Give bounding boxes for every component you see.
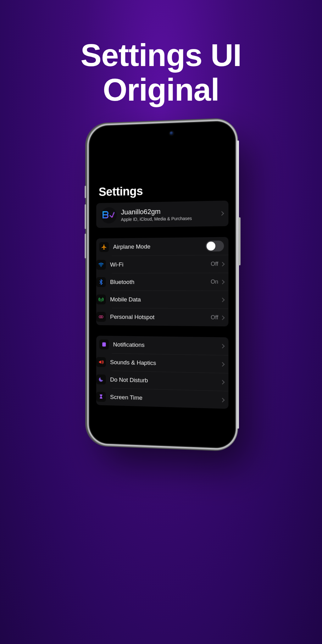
bluetooth-row[interactable]: Bluetooth On xyxy=(112,273,229,291)
personal-hotspot-value: Off xyxy=(211,314,218,321)
bluetooth-value: On xyxy=(211,279,218,285)
chevron-right-icon xyxy=(220,315,225,320)
promo-line-1: Settings UI xyxy=(80,37,241,73)
antenna-icon xyxy=(96,294,106,304)
moon-icon xyxy=(96,374,106,384)
sounds-label: Sounds & Haptics xyxy=(110,359,221,368)
notifications-row[interactable]: Notifications xyxy=(96,336,228,355)
chevron-right-icon xyxy=(220,280,225,284)
connectivity-group: Airplane Mode Wi-Fi Off xyxy=(96,237,228,326)
sounds-icon xyxy=(96,357,106,367)
svg-point-0 xyxy=(101,266,101,267)
wifi-value: Off xyxy=(211,261,218,267)
notifications-icon xyxy=(99,339,109,349)
attention-group: Notifications Sounds & Haptics xyxy=(96,336,228,409)
page-title: Settings xyxy=(96,182,228,203)
sounds-row[interactable]: Sounds & Haptics xyxy=(112,353,229,373)
wifi-row[interactable]: Wi-Fi Off xyxy=(112,255,229,273)
mute-switch xyxy=(85,186,86,198)
chevron-right-icon xyxy=(220,297,225,302)
bluetooth-icon xyxy=(96,277,106,287)
promo-line-2: Original xyxy=(103,72,219,107)
promo-title: Settings UI Original xyxy=(0,0,322,107)
wifi-label: Wi-Fi xyxy=(110,261,211,268)
personal-hotspot-label: Personal Hotspot xyxy=(110,313,211,321)
profile-subtitle: Apple ID, iCloud, Media & Purchases xyxy=(121,215,220,222)
notch xyxy=(135,123,187,134)
bluetooth-label: Bluetooth xyxy=(110,278,211,285)
screen-time-row[interactable]: Screen Time xyxy=(112,388,229,409)
power-button xyxy=(239,217,241,265)
screen-time-label: Screen Time xyxy=(110,393,221,403)
airplane-mode-toggle[interactable] xyxy=(206,241,224,252)
wifi-icon xyxy=(96,260,106,270)
chevron-right-icon xyxy=(219,211,224,216)
volume-down-button xyxy=(85,234,86,258)
volume-up-button xyxy=(85,204,86,229)
hotspot-icon xyxy=(96,312,106,322)
svg-rect-4 xyxy=(102,342,106,347)
dnd-row[interactable]: Do Not Disturb xyxy=(112,371,229,391)
chevron-right-icon xyxy=(220,380,225,384)
phone-frame: Settings ᗷꤶ Juanillo62gm Apple ID, iClou… xyxy=(90,121,235,448)
airplane-mode-row[interactable]: Airplane Mode xyxy=(96,237,228,256)
profile-group: ᗷꤶ Juanillo62gm Apple ID, iCloud, Media … xyxy=(96,201,228,228)
personal-hotspot-row[interactable]: Personal Hotspot Off xyxy=(112,308,229,326)
notifications-label: Notifications xyxy=(113,341,221,350)
avatar-glyph: ᗷꤶ xyxy=(102,209,115,220)
screen: Settings ᗷꤶ Juanillo62gm Apple ID, iClou… xyxy=(93,125,232,445)
profile-row[interactable]: ᗷꤶ Juanillo62gm Apple ID, iCloud, Media … xyxy=(96,201,228,228)
front-camera xyxy=(170,131,174,135)
airplane-icon xyxy=(99,242,109,252)
mobile-data-row[interactable]: Mobile Data xyxy=(112,291,229,308)
hourglass-icon xyxy=(96,391,106,402)
avatar: ᗷꤶ xyxy=(101,207,117,224)
svg-point-1 xyxy=(101,299,101,299)
airplane-mode-label: Airplane Mode xyxy=(113,243,206,251)
chevron-right-icon xyxy=(220,344,225,348)
chevron-right-icon xyxy=(220,398,225,402)
mobile-data-label: Mobile Data xyxy=(110,296,221,303)
profile-name: Juanillo62gm xyxy=(121,207,220,217)
chevron-right-icon xyxy=(220,262,225,266)
profile-texts: Juanillo62gm Apple ID, iCloud, Media & P… xyxy=(121,207,220,222)
dnd-label: Do Not Disturb xyxy=(110,376,221,386)
chevron-right-icon xyxy=(220,362,225,366)
